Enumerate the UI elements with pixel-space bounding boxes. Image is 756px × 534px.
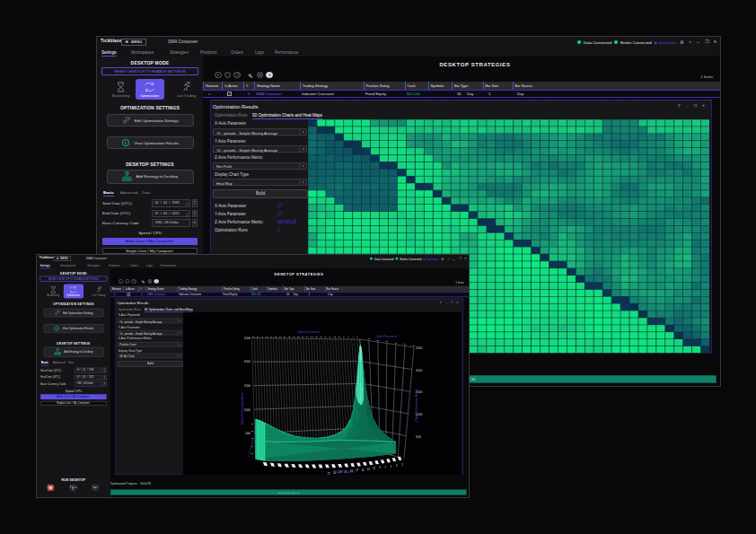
svg-text:25000: 25000: [243, 337, 251, 340]
svg-text:5000: 5000: [245, 432, 251, 435]
svg-text:Y-Axis Parameter: Y-Axis Parameter: [374, 335, 398, 338]
svg-text:Z-Axis Performance Metric: Z-Axis Performance Metric: [241, 392, 244, 425]
svg-text:20000: 20000: [416, 369, 423, 372]
svg-text:Z-Axis Performance Metric: Z-Axis Performance Metric: [414, 389, 418, 422]
svg-text:20000: 20000: [243, 360, 251, 363]
svg-text:17: 17: [356, 468, 358, 472]
svg-text:5000: 5000: [416, 435, 421, 439]
svg-text:10000: 10000: [243, 408, 251, 412]
svg-text:X-Axis Parameter: X-Axis Parameter: [297, 330, 321, 334]
svg-text:X-Axis Parameter: X-Axis Parameter: [333, 470, 355, 474]
svg-text:15000: 15000: [243, 384, 251, 388]
svg-text:25000: 25000: [416, 346, 423, 350]
